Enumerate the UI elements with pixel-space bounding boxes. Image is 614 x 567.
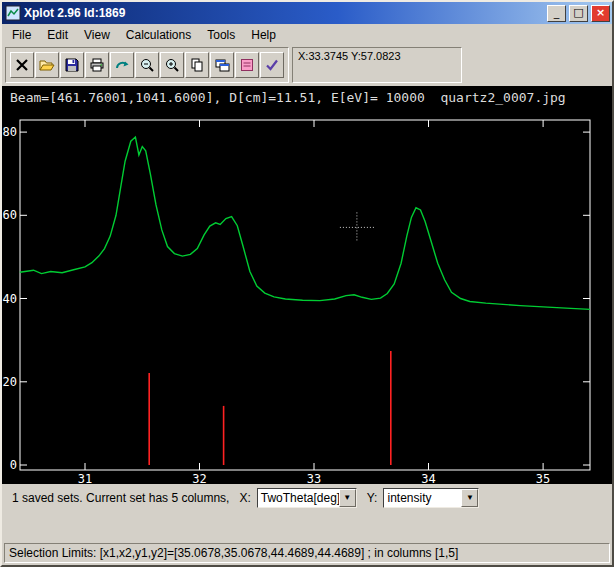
x-axis-label: X: <box>239 491 250 505</box>
printer-icon <box>89 57 105 73</box>
close-button[interactable]: × <box>591 5 610 22</box>
svg-text:34: 34 <box>421 472 435 484</box>
chevron-down-icon[interactable]: ▼ <box>461 489 478 507</box>
redo-arrow-icon <box>114 57 130 73</box>
svg-text:40: 40 <box>3 292 17 306</box>
menu-edit[interactable]: Edit <box>39 25 76 45</box>
print-button[interactable] <box>85 52 109 78</box>
zoom-in-button[interactable] <box>160 52 184 78</box>
app-window: Xplot 2.96 Id:1869 _ □ × File Edit View … <box>0 0 614 567</box>
plot-svg[interactable]: 3132333435020406080 <box>2 86 612 484</box>
menu-help[interactable]: Help <box>243 25 284 45</box>
status-bar: Selection Limits: [x1,x2,y1,y2]=[35.0678… <box>2 543 612 565</box>
plot-canvas[interactable]: 3132333435020406080 Beam=[461.76001,1041… <box>2 86 612 484</box>
y-axis-select[interactable]: intensity ▼ <box>383 488 479 508</box>
cascade-windows-button[interactable] <box>210 52 234 78</box>
svg-text:33: 33 <box>307 472 321 484</box>
copy-button[interactable] <box>185 52 209 78</box>
copy-icon <box>189 57 205 73</box>
annotate-icon <box>239 57 255 73</box>
save-button[interactable] <box>60 52 84 78</box>
menu-bar: File Edit View Calculations Tools Help <box>2 24 612 45</box>
svg-text:0: 0 <box>10 458 17 472</box>
plot-header-text: Beam=[461.76001,1041.6000], D[cm]=11.51,… <box>10 90 566 105</box>
save-floppy-icon <box>64 57 80 73</box>
coordinate-readout: X:33.3745 Y:57.0823 <box>292 47 462 83</box>
toolbar-spacer <box>465 47 609 83</box>
selection-limits-status: Selection Limits: [x1,x2,y1,y2]=[35.0678… <box>4 543 610 563</box>
menu-view[interactable]: View <box>76 25 118 45</box>
svg-text:80: 80 <box>3 125 17 139</box>
toolbar-row: X:33.3745 Y:57.0823 <box>2 45 612 86</box>
x-axis-select[interactable]: TwoTheta[deg] ▼ <box>257 488 357 508</box>
delete-icon <box>14 57 30 73</box>
y-axis-selected-value: intensity <box>384 491 461 505</box>
toolbar <box>5 47 289 83</box>
delete-button[interactable] <box>10 52 34 78</box>
x-axis-selected-value: TwoTheta[deg] <box>258 491 339 505</box>
svg-text:60: 60 <box>3 208 17 222</box>
open-file-button[interactable] <box>35 52 59 78</box>
annotate-button[interactable] <box>235 52 259 78</box>
menu-file[interactable]: File <box>4 25 39 45</box>
cascade-windows-icon <box>214 57 230 73</box>
zoom-out-icon <box>139 57 155 73</box>
maximize-button[interactable]: □ <box>569 5 588 22</box>
svg-text:31: 31 <box>78 472 92 484</box>
bottom-spacer <box>2 512 612 543</box>
menu-tools[interactable]: Tools <box>199 25 243 45</box>
menu-calculations[interactable]: Calculations <box>118 25 199 45</box>
svg-text:20: 20 <box>3 375 17 389</box>
checkmark-icon <box>264 57 280 73</box>
svg-text:35: 35 <box>536 472 550 484</box>
window-title: Xplot 2.96 Id:1869 <box>24 6 544 20</box>
apply-check-button[interactable] <box>260 52 284 78</box>
redo-button[interactable] <box>110 52 134 78</box>
chevron-down-icon[interactable]: ▼ <box>339 489 356 507</box>
minimize-button[interactable]: _ <box>547 5 566 22</box>
svg-text:32: 32 <box>192 472 206 484</box>
open-folder-icon <box>39 57 55 73</box>
zoom-in-icon <box>164 57 180 73</box>
app-icon <box>5 5 21 21</box>
saved-sets-status: 1 saved sets. Current set has 5 columns, <box>12 491 229 505</box>
title-bar[interactable]: Xplot 2.96 Id:1869 _ □ × <box>2 2 612 24</box>
axis-controls-row: 1 saved sets. Current set has 5 columns,… <box>2 484 612 512</box>
zoom-out-button[interactable] <box>135 52 159 78</box>
y-axis-label: Y: <box>367 491 378 505</box>
